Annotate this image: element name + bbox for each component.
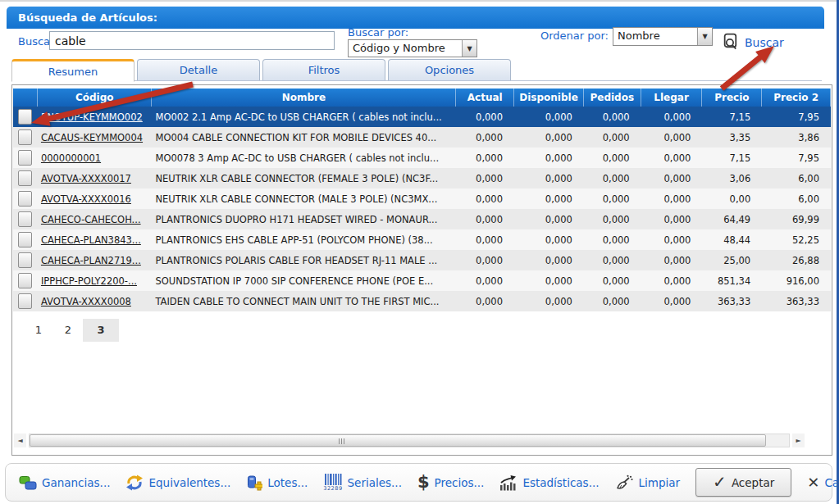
table-row[interactable]: CAHECA-PLAN3843...PLANTRONICS EHS CABLE …	[13, 229, 831, 250]
cell-code[interactable]: CAHECO-CAHECOH...	[38, 214, 153, 225]
cell-precio2: 916,00	[762, 275, 831, 287]
cell-code[interactable]: AVOTVA-XXXX0008	[38, 296, 153, 307]
search-input[interactable]	[49, 31, 335, 50]
table-row[interactable]: AVOTVA-XXXX0017NEUTRIK XLR CABLE CONNECT…	[13, 168, 831, 188]
col-header-selector[interactable]	[13, 89, 38, 107]
col-header-pedidos[interactable]: Pedidos	[584, 89, 641, 107]
tab-filtros[interactable]: Filtros	[262, 59, 385, 80]
row-selector-cell	[13, 273, 38, 288]
table-row[interactable]: CAHECO-CAHECOH...PLANTRONICS DUOPRO H171…	[13, 209, 831, 229]
col-header-disponible[interactable]: Disponible	[514, 89, 584, 107]
page-1[interactable]: 1	[24, 319, 53, 342]
cell-pedidos: 0,000	[584, 214, 641, 225]
cell-code[interactable]: ENOTUP-KEYMMO002	[38, 111, 153, 123]
table-row[interactable]: AVOTVA-XXXX0008TAIDEN CABLE TO CONNECT M…	[13, 291, 831, 311]
row-select-button[interactable]	[18, 232, 32, 247]
col-header-actual[interactable]: Actual	[456, 89, 514, 107]
cell-actual: 0,000	[456, 173, 514, 184]
estadisticas-button-label: Estadísticas...	[522, 476, 599, 489]
table-row[interactable]: AVOTVA-XXXX0016NEUTRIK XLR CABLE CONNECT…	[13, 188, 831, 209]
lotes-button-label: Lotes...	[267, 476, 308, 489]
cell-precio2: 7,95	[762, 152, 831, 164]
seriales-button[interactable]: 32289Seriales...	[323, 474, 402, 492]
cell-code[interactable]: AVOTVA-XXXX0017	[38, 173, 153, 184]
cell-pedidos: 0,000	[584, 193, 641, 205]
col-header-precio-2[interactable]: Precio 2	[762, 89, 831, 107]
cell-precio: 0,00	[702, 193, 762, 205]
cell-code[interactable]: CACAUS-KEYMMO004	[38, 132, 153, 143]
scroll-right-button[interactable]: ►	[792, 434, 805, 447]
cell-precio: 3,06	[702, 173, 762, 184]
aceptar-button-label: Aceptar	[732, 476, 774, 489]
cell-precio: 7,15	[702, 152, 762, 164]
table-row[interactable]: CACAUS-KEYMMO004MO004 CABLE CONNECTION K…	[13, 127, 831, 148]
table-row[interactable]: 0000000001MO0078 3 Amp AC-DC to USB CHAR…	[13, 148, 831, 168]
row-select-button[interactable]	[18, 129, 32, 145]
table-row[interactable]: ENOTUP-KEYMMO002MO002 2.1 Amp AC-DC to U…	[13, 107, 831, 127]
ganancias-button[interactable]: Ganancias...	[19, 474, 110, 491]
col-header-precio[interactable]: Precio	[702, 89, 762, 107]
cell-actual: 0,000	[456, 234, 514, 246]
col-header-código[interactable]: Código	[38, 89, 153, 107]
tab-opciones[interactable]: Opciones	[388, 59, 511, 80]
table-row[interactable]: IPPHCP-POLY2200-...SOUNDSTATION IP 7000 …	[13, 270, 831, 291]
cell-actual: 0,000	[456, 193, 514, 205]
limpiar-button[interactable]: Limpiar	[615, 474, 681, 491]
cell-name: SOUNDSTATION IP 7000 SIP CONFERENCE PHON…	[152, 275, 456, 287]
tab-detalle[interactable]: Detalle	[137, 59, 260, 80]
estadisticas-button[interactable]: Estadísticas...	[499, 474, 599, 491]
precios-button[interactable]: $Precios...	[417, 474, 484, 490]
cancelar-button[interactable]: ✕Cancelar	[807, 474, 839, 490]
page-3[interactable]: 3	[83, 319, 119, 342]
cell-code[interactable]: CAHECA-PLAN3843...	[38, 234, 153, 246]
cell-name: PLANTRONICS DUOPRO H171 HEADSET WIRED - …	[152, 214, 456, 225]
stats-icon	[499, 474, 518, 491]
row-select-button[interactable]	[18, 191, 32, 207]
cell-code[interactable]: AVOTVA-XXXX0016	[38, 193, 153, 205]
scrollbar-track[interactable]	[29, 434, 790, 447]
broom-icon	[615, 474, 634, 491]
col-header-nombre[interactable]: Nombre	[152, 89, 456, 107]
search-by-dropdown[interactable]: Código y Nombre ▼	[348, 39, 477, 57]
chevron-down-icon[interactable]: ▼	[697, 28, 712, 45]
cell-code[interactable]: 0000000001	[38, 152, 153, 164]
dollar-icon: $	[417, 474, 430, 490]
buscar-button[interactable]: Buscar	[722, 33, 784, 52]
row-select-button[interactable]	[18, 150, 32, 166]
scroll-left-button[interactable]: ◄	[14, 434, 26, 447]
page-2[interactable]: 2	[53, 319, 83, 342]
row-select-button[interactable]	[18, 273, 32, 288]
cell-name: MO002 2.1 Amp AC-DC to USB CHARGER ( cab…	[152, 111, 456, 123]
row-select-button[interactable]	[18, 252, 32, 268]
chevron-down-icon[interactable]: ▼	[462, 40, 476, 57]
barcode-number: 32289	[323, 486, 342, 492]
scrollbar-thumb[interactable]	[30, 434, 766, 447]
col-header-llegar[interactable]: Llegar	[641, 89, 703, 107]
cell-precio: 3,35	[702, 132, 762, 143]
cell-name: MO004 CABLE CONNECTION KIT FOR MOBILE DE…	[152, 132, 456, 143]
cell-pedidos: 0,000	[584, 255, 641, 266]
buscar-button-label: Buscar	[745, 36, 784, 49]
row-select-button[interactable]	[18, 211, 32, 227]
search-by-value: Código y Nombre	[349, 40, 462, 57]
horizontal-scrollbar[interactable]: ◄ ►	[14, 434, 805, 447]
cell-llegar: 0,000	[641, 132, 703, 143]
equivalentes-button[interactable]: Equivalentes...	[125, 474, 230, 491]
row-selector-cell	[13, 191, 38, 207]
cell-precio2: 3,86	[762, 132, 831, 143]
row-selector-cell	[13, 109, 38, 125]
row-select-button[interactable]	[18, 293, 32, 309]
cell-code[interactable]: IPPHCP-POLY2200-...	[38, 275, 153, 287]
cell-code[interactable]: CAHECA-PLAN2719...	[38, 255, 153, 266]
row-select-button[interactable]	[18, 109, 32, 125]
order-by-dropdown[interactable]: Nombre ▼	[613, 27, 713, 46]
table-row[interactable]: CAHECA-PLAN2719...PLANTRONICS POLARIS CA…	[13, 250, 831, 270]
tab-strip: ResumenDetalleFiltrosOpciones	[11, 59, 822, 81]
row-select-button[interactable]	[18, 170, 32, 186]
tab-resumen[interactable]: Resumen	[11, 59, 135, 82]
cell-disponible: 0,000	[514, 275, 584, 287]
cell-name: PLANTRONICS EHS CABLE APP-51 (POLYCOM PH…	[152, 234, 456, 246]
cell-disponible: 0,000	[514, 173, 584, 184]
aceptar-button[interactable]: ✓Aceptar	[695, 468, 791, 497]
lotes-button[interactable]: Lotes...	[246, 474, 308, 491]
